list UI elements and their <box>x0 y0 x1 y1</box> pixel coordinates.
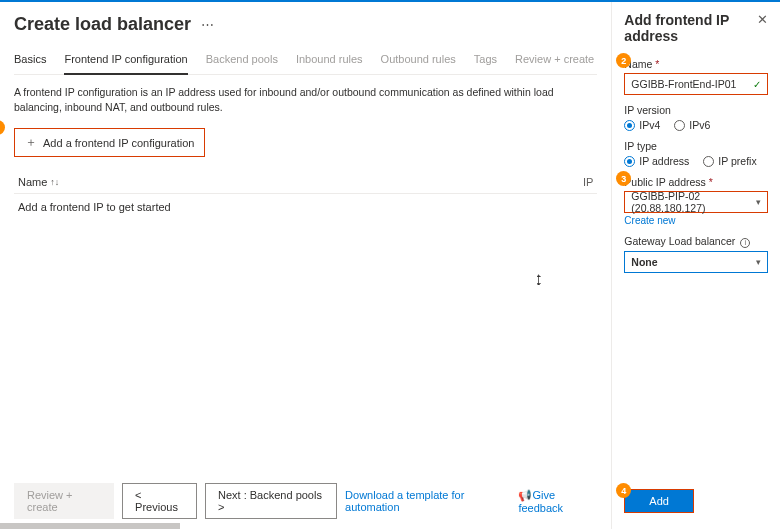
page-title: Create load balancer <box>14 14 191 35</box>
ip-address-label: IP address <box>639 155 689 167</box>
tab-description: A frontend IP configuration is an IP add… <box>14 85 597 114</box>
chevron-down-icon: ▾ <box>756 197 761 207</box>
check-icon: ✓ <box>753 79 761 90</box>
horizontal-scrollbar[interactable] <box>0 523 180 529</box>
tab-backend-pools[interactable]: Backend pools <box>206 49 278 74</box>
column-name-label: Name <box>18 176 47 188</box>
tab-review-create[interactable]: Review + create <box>515 49 594 74</box>
plus-icon: ＋ <box>25 134 37 151</box>
next-button[interactable]: Next : Backend pools > <box>205 483 337 519</box>
ip-type-label: IP type <box>624 140 768 152</box>
give-feedback-link[interactable]: 📢Give feedback <box>518 489 597 514</box>
public-ip-select[interactable]: GGIBB-PIP-02 (20.88.180.127) ▾ <box>624 191 768 213</box>
sort-arrow-icon: ↑↓ <box>50 177 59 187</box>
column-header-ip[interactable]: IP <box>573 176 593 188</box>
tab-basics[interactable]: Basics <box>14 49 46 74</box>
radio-ipv6[interactable]: IPv6 <box>674 119 710 131</box>
wizard-tabs: Basics Frontend IP configuration Backend… <box>14 49 597 75</box>
tab-frontend-ip[interactable]: Frontend IP configuration <box>64 49 187 75</box>
previous-button[interactable]: < Previous <box>122 483 197 519</box>
radio-ip-address[interactable]: IP address <box>624 155 689 167</box>
info-icon[interactable]: i <box>740 238 750 248</box>
feedback-label: Give feedback <box>518 489 563 514</box>
chevron-down-icon: ▾ <box>756 257 761 267</box>
ipv4-label: IPv4 <box>639 119 660 131</box>
ip-prefix-label: IP prefix <box>718 155 756 167</box>
ipv6-label: IPv6 <box>689 119 710 131</box>
radio-ip-prefix[interactable]: IP prefix <box>703 155 756 167</box>
public-ip-label: Public IP address * <box>624 176 768 188</box>
public-ip-value: GGIBB-PIP-02 (20.88.180.127) <box>631 190 756 214</box>
table-header: Name ↑↓ IP <box>14 171 597 193</box>
table-empty-message: Add a frontend IP to get started <box>14 194 597 220</box>
gateway-lb-value: None <box>631 256 657 268</box>
gateway-lb-label: Gateway Load balancer i <box>624 235 768 248</box>
ip-version-label: IP version <box>624 104 768 116</box>
wizard-footer: Review + create < Previous Next : Backen… <box>0 473 611 529</box>
tab-outbound-rules[interactable]: Outbound rules <box>381 49 456 74</box>
create-new-link[interactable]: Create new <box>624 215 675 226</box>
name-input[interactable]: GGIBB-FrontEnd-IP01 ✓ <box>624 73 768 95</box>
more-actions-icon[interactable]: ⋯ <box>201 17 214 32</box>
annotation-marker-1: 1 <box>0 120 5 135</box>
tab-inbound-rules[interactable]: Inbound rules <box>296 49 363 74</box>
gateway-lb-select[interactable]: None ▾ <box>624 251 768 273</box>
add-frontend-ip-label: Add a frontend IP configuration <box>43 137 194 149</box>
close-icon[interactable]: ✕ <box>757 12 768 27</box>
download-template-link[interactable]: Download a template for automation <box>345 489 510 513</box>
mouse-cursor-icon: ⭥ <box>533 273 545 287</box>
name-label: Name * <box>624 58 768 70</box>
add-button[interactable]: Add <box>624 489 694 513</box>
add-frontend-ip-button[interactable]: ＋ Add a frontend IP configuration <box>14 128 205 157</box>
name-input-value: GGIBB-FrontEnd-IP01 <box>631 78 736 90</box>
radio-ipv4[interactable]: IPv4 <box>624 119 660 131</box>
tab-tags[interactable]: Tags <box>474 49 497 74</box>
review-create-button[interactable]: Review + create <box>14 483 114 519</box>
column-header-name[interactable]: Name ↑↓ <box>18 176 573 188</box>
add-frontend-ip-panel: Add frontend IP address ✕ 2 Name * GGIBB… <box>611 2 780 529</box>
panel-title: Add frontend IP address <box>624 12 757 44</box>
